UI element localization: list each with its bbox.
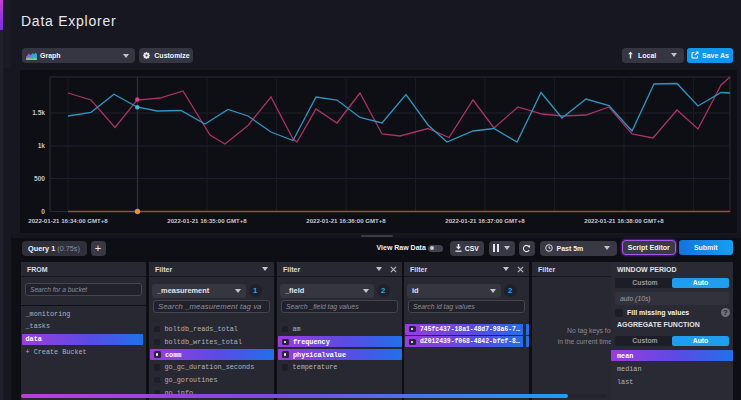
svg-text:2022-01-21 16:34:00 GMT+8: 2022-01-21 16:34:00 GMT+8: [28, 217, 108, 224]
svg-text:2022-01-21 16:35:00 GMT+8: 2022-01-21 16:35:00 GMT+8: [167, 217, 247, 224]
svg-text:1.5k: 1.5k: [32, 109, 45, 116]
svg-text:2022-01-21 16:36:00 GMT+8: 2022-01-21 16:36:00 GMT+8: [306, 217, 386, 224]
svg-text:2022-01-21 16:37:00 GMT+8: 2022-01-21 16:37:00 GMT+8: [445, 217, 525, 224]
svg-text:500: 500: [34, 175, 45, 182]
svg-text:1k: 1k: [38, 142, 46, 149]
svg-text:2022-01-21 16:38:00 GMT+8: 2022-01-21 16:38:00 GMT+8: [584, 217, 664, 224]
svg-text:0: 0: [41, 208, 45, 215]
